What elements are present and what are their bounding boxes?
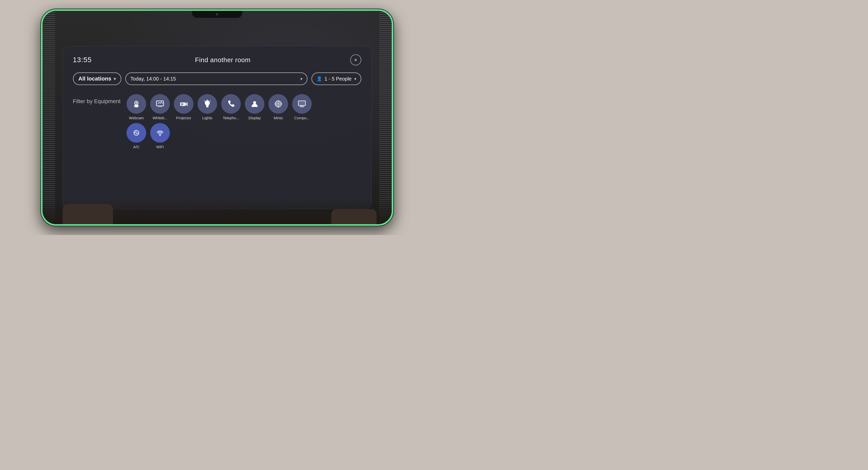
projector-label: Projector — [176, 116, 191, 120]
datetime-label: Today, 14:00 - 14:15 — [130, 76, 176, 82]
close-button[interactable]: × — [350, 54, 361, 65]
svg-rect-2 — [135, 106, 137, 107]
person-icon: 👤 — [316, 76, 322, 82]
equip-minto[interactable]: Minto — [269, 94, 288, 120]
projector-icon — [179, 99, 188, 108]
computer-icon — [298, 99, 306, 108]
tablet-device: 13:55 Find another room × All locations … — [41, 9, 393, 226]
filter-row: All locations ▾ Today, 14:00 - 14:15 ▾ 👤… — [73, 72, 361, 85]
projector-icon-circle — [174, 94, 193, 114]
hand-right — [331, 209, 377, 224]
webcam-icon — [132, 99, 141, 108]
svg-point-16 — [253, 101, 256, 104]
equip-wifi[interactable]: WiFi — [150, 123, 170, 149]
camera-dot — [216, 13, 218, 15]
whiteboard-label: Whiteb... — [152, 116, 167, 120]
svg-rect-3 — [134, 107, 138, 107]
location-label: All locations — [79, 75, 112, 82]
ac-icon — [132, 128, 141, 137]
svg-point-1 — [135, 102, 137, 104]
svg-line-15 — [210, 101, 211, 101]
lights-label: Lights — [202, 116, 212, 120]
header-row: 13:55 Find another room × — [73, 54, 361, 65]
location-filter[interactable]: All locations ▾ — [73, 72, 122, 85]
panel-title: Find another room — [96, 56, 350, 64]
whiteboard-icon — [155, 99, 164, 108]
svg-rect-10 — [183, 105, 184, 106]
ac-label: A/C — [133, 145, 140, 149]
hands-area — [42, 199, 392, 224]
minto-label: Minto — [274, 116, 283, 120]
webcam-label: Webcam — [129, 116, 144, 120]
svg-rect-11 — [206, 106, 209, 107]
minto-icon — [274, 99, 283, 108]
dots-left-border — [42, 11, 55, 224]
computer-icon-circle — [292, 94, 312, 114]
telephone-label: Telepho... — [223, 116, 239, 120]
svg-point-19 — [278, 103, 279, 105]
equip-projector[interactable]: Projector — [174, 94, 193, 120]
svg-point-29 — [159, 135, 161, 136]
datetime-filter[interactable]: Today, 14:00 - 14:15 ▾ — [125, 72, 307, 85]
equip-lights[interactable]: Lights — [197, 94, 217, 120]
ac-icon-circle — [127, 123, 146, 143]
tablet-screen: 13:55 Find another room × All locations … — [42, 11, 392, 224]
webcam-icon-circle — [127, 94, 146, 114]
display-icon-circle — [245, 94, 265, 114]
time-display: 13:55 — [73, 56, 96, 64]
datetime-chevron: ▾ — [301, 76, 302, 81]
telephone-icon-circle — [221, 94, 241, 114]
lights-icon — [203, 99, 212, 108]
hand-left — [63, 204, 113, 224]
whiteboard-icon-circle — [150, 94, 170, 114]
dots-right-border — [379, 11, 392, 224]
equipment-row-2: A/C WiFi — [127, 123, 312, 149]
people-filter[interactable]: 👤 1 - 5 People ▾ — [311, 72, 361, 85]
telephone-icon — [226, 99, 236, 108]
equip-computer[interactable]: Compu... — [292, 94, 312, 120]
equip-telephone[interactable]: Telepho... — [221, 94, 241, 120]
main-panel: 13:55 Find another room × All locations … — [63, 46, 372, 209]
wifi-label: WiFi — [156, 145, 164, 149]
wifi-icon-circle — [150, 123, 170, 143]
equipment-section-label: Filter by Equipment — [73, 94, 121, 105]
display-icon — [250, 99, 259, 108]
equip-display[interactable]: Display — [245, 94, 265, 120]
location-chevron: ▾ — [114, 76, 116, 81]
equip-ac[interactable]: A/C — [127, 123, 146, 149]
svg-line-14 — [204, 101, 205, 101]
equipment-section: Filter by Equipment — [73, 94, 361, 149]
svg-rect-27 — [299, 102, 305, 105]
equip-whiteboard[interactable]: Whiteb... — [150, 94, 170, 120]
svg-point-9 — [182, 104, 183, 105]
equipment-row-1: Webcam Whiteb... — [127, 94, 312, 120]
svg-rect-12 — [206, 107, 208, 107]
wifi-icon — [155, 128, 164, 137]
people-label: 1 - 5 People — [324, 76, 352, 82]
equip-webcam[interactable]: Webcam — [127, 94, 146, 120]
lights-icon-circle — [197, 94, 217, 114]
computer-label: Compu... — [294, 116, 310, 120]
camera-bar — [192, 11, 242, 18]
display-label: Display — [248, 116, 261, 120]
people-chevron: ▾ — [354, 76, 356, 81]
minto-icon-circle — [269, 94, 288, 114]
equipment-grid: Webcam Whiteb... — [127, 94, 312, 149]
